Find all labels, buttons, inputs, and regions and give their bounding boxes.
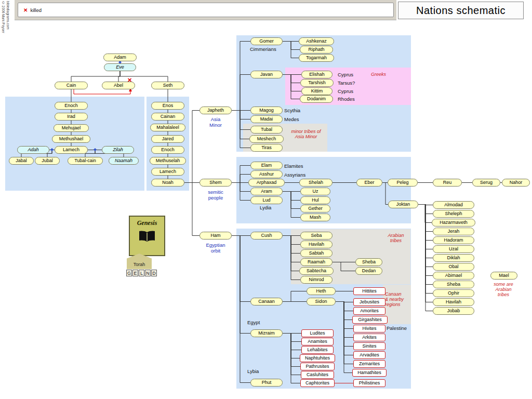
node-cush: Cush bbox=[250, 232, 283, 240]
label-egyptian-orbit: Egyptian orbit bbox=[201, 242, 230, 254]
legend-box: ✕ killed bbox=[18, 3, 394, 17]
label-cimmerians: Cimmerians bbox=[250, 46, 286, 52]
node-enoch_c: Enoch bbox=[55, 102, 88, 110]
page-title: Nations schematic bbox=[398, 2, 524, 19]
genesis-title: Genesis bbox=[130, 219, 164, 227]
node-zemarites: Zemarites bbox=[353, 360, 385, 368]
node-naphtuhites: Naphtuhites bbox=[300, 354, 335, 362]
nations-schematic-page: © 2006 Mark Poyser biblediagrams.com ✕ k… bbox=[0, 0, 532, 399]
top-bar: ✕ killed bbox=[15, 0, 396, 20]
node-shelah: Shelah bbox=[299, 179, 332, 187]
open-book-icon bbox=[138, 230, 156, 243]
node-elishah: Elishah bbox=[301, 71, 332, 78]
node-casluhites: Casluhites bbox=[301, 371, 334, 379]
node-nimrod: Nimrod bbox=[300, 276, 332, 284]
node-raamah: Raamah bbox=[300, 258, 332, 266]
node-nahor: Nahor bbox=[502, 179, 530, 187]
label-assyrians: Assyrians bbox=[284, 172, 315, 178]
node-kittim: Kittim bbox=[301, 87, 332, 95]
node-phut: Phut bbox=[250, 379, 283, 387]
node-sheleph: Sheleph bbox=[433, 210, 474, 218]
node-mahalaleel: Mahalaleel bbox=[150, 124, 185, 131]
node-abimael: Abimael bbox=[433, 272, 474, 280]
node-jabal: Jabal bbox=[9, 157, 34, 165]
node-aram: Aram bbox=[250, 188, 283, 195]
label-palestine: Palestine bbox=[387, 325, 415, 331]
killed-legend-icon: ✕ bbox=[23, 7, 28, 13]
node-madai: Madai bbox=[250, 115, 283, 123]
node-shem: Shem bbox=[200, 179, 232, 187]
panel-seth-line bbox=[147, 97, 189, 191]
label-greeks: Greeks bbox=[371, 72, 402, 77]
label-cyprus1: Cyprus bbox=[338, 72, 364, 77]
genesis-book-card[interactable]: Genesis bbox=[129, 216, 165, 256]
node-methuselah: Methuselah bbox=[150, 157, 186, 165]
node-hadoram: Hadoram bbox=[433, 236, 474, 244]
node-lud: Lud bbox=[250, 196, 283, 204]
node-sabtah: Sabtah bbox=[300, 249, 332, 257]
torah-letter-N[interactable]: N bbox=[145, 270, 151, 276]
node-lehabites: Lehabites bbox=[301, 346, 334, 354]
label-egypt: Egypt bbox=[247, 320, 268, 325]
label-lybia: Lybia bbox=[247, 368, 268, 374]
label-semitic: semitic people bbox=[201, 189, 230, 201]
node-lamech_c: Lamech bbox=[55, 146, 88, 154]
copyright-site: biblediagrams.com bbox=[6, 1, 10, 69]
label-lydia: Lydia bbox=[260, 205, 281, 210]
node-riphath: Riphath bbox=[300, 46, 333, 54]
node-elam: Elam bbox=[250, 162, 283, 169]
node-japheth: Japheth bbox=[200, 107, 232, 114]
label-rhodes: Rhodes bbox=[338, 96, 364, 102]
node-jubal: Jubal bbox=[35, 157, 60, 165]
node-girgashites: Girgashites bbox=[352, 316, 388, 324]
node-amorites: Amorites bbox=[353, 307, 385, 315]
node-peleg: Peleg bbox=[388, 179, 418, 187]
node-irad: Irad bbox=[55, 113, 88, 121]
torah-letter-E[interactable]: E bbox=[132, 270, 138, 276]
node-sidon: Sidon bbox=[307, 298, 336, 305]
node-eve: Eve bbox=[104, 63, 136, 71]
label-medes: Medes bbox=[284, 116, 310, 122]
torah-letter-D[interactable]: D bbox=[151, 270, 157, 276]
node-mehujael: Mehujael bbox=[54, 124, 89, 132]
label-scythia: Scythia bbox=[284, 108, 310, 113]
node-mael: Mael bbox=[490, 272, 517, 280]
node-jobab: Jobab bbox=[433, 307, 474, 315]
node-dodanim: Dodanim bbox=[300, 95, 333, 103]
killed-arrow bbox=[74, 89, 130, 94]
node-arphaxad: Arphaxad bbox=[248, 179, 285, 187]
node-gomer: Gomer bbox=[250, 37, 283, 45]
node-uzal: Uzal bbox=[433, 245, 474, 253]
node-adam: Adam bbox=[103, 54, 137, 61]
node-jebusites: Jebusites bbox=[353, 298, 385, 306]
node-ophir: Ophir bbox=[433, 289, 474, 297]
node-tiras: Tiras bbox=[250, 144, 283, 152]
label-tarsus: Tarsus? bbox=[338, 80, 364, 86]
torah-letter-G[interactable]: G bbox=[126, 270, 132, 276]
page-title-text: Nations schematic bbox=[416, 5, 506, 17]
copyright-vertical: © 2006 Mark Poyser biblediagrams.com bbox=[1, 1, 10, 69]
node-jerah: Jerah bbox=[433, 228, 474, 235]
node-tarshish: Tarshish bbox=[300, 79, 334, 87]
node-dedan: Dedan bbox=[355, 267, 382, 275]
torah-letter-L[interactable]: L bbox=[139, 270, 144, 276]
node-havilah_h: Havilah bbox=[300, 241, 332, 248]
node-gether: Gether bbox=[300, 205, 330, 212]
node-ludites: Ludites bbox=[301, 329, 334, 337]
node-javan: Javan bbox=[250, 71, 283, 78]
node-noah: Noah bbox=[151, 179, 184, 187]
node-methushael: Methushael bbox=[52, 135, 90, 143]
node-ham: Ham bbox=[200, 232, 232, 240]
node-togarmah: Togarmah bbox=[299, 54, 334, 62]
node-ashkenaz: Ashkenaz bbox=[299, 37, 334, 45]
panel-cain-line bbox=[5, 97, 144, 191]
label-cyprus2: Cyprus bbox=[338, 88, 364, 94]
node-seth: Seth bbox=[151, 82, 184, 89]
node-enoch_s: Enoch bbox=[151, 146, 184, 154]
node-enos: Enos bbox=[151, 102, 184, 110]
node-hivites: Hivites bbox=[353, 325, 385, 332]
node-hul: Hul bbox=[300, 196, 330, 204]
node-heth: Heth bbox=[307, 287, 336, 295]
label-some-arabian: some are Arabian tribes bbox=[486, 282, 521, 297]
node-tubalcain: Tubal-cain bbox=[68, 157, 103, 165]
